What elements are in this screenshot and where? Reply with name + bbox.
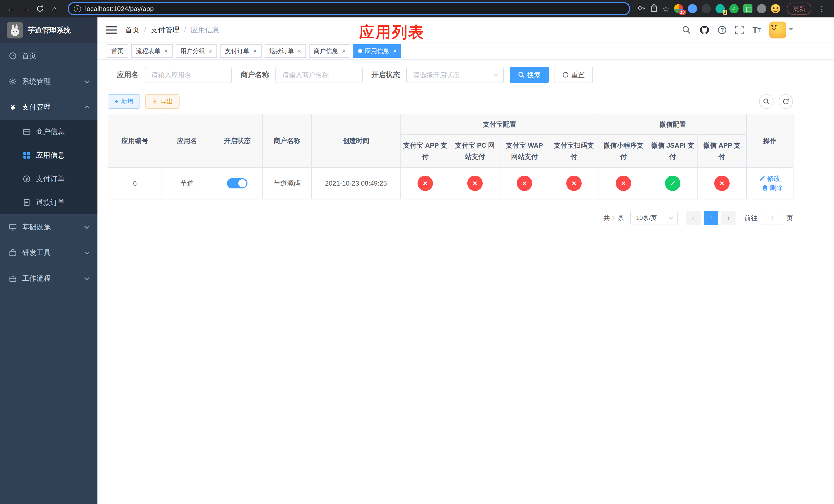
goto-page-input[interactable] (761, 211, 783, 225)
close-icon[interactable]: × (298, 48, 301, 54)
sidebar-item-merchant-info[interactable]: 商户信息 (0, 120, 97, 143)
cell-app-name: 芋道 (162, 167, 212, 199)
prev-page-button[interactable]: ‹ (686, 211, 701, 225)
sidebar-item-app-info[interactable]: 应用信息 (0, 143, 97, 167)
dashboard-icon (9, 52, 17, 60)
browser-profile-avatar[interactable] (771, 4, 780, 13)
col-created: 创建时间 (312, 114, 400, 167)
browser-menu-icon[interactable]: ⋮ (816, 4, 828, 13)
page-size-select[interactable]: 10条/页 (630, 211, 678, 225)
close-icon[interactable]: × (208, 48, 212, 54)
tab-payment-order[interactable]: 支付订单× (220, 44, 261, 58)
user-menu[interactable] (769, 22, 793, 39)
app-table: 应用编号 应用名 开启状态 商户名称 创建时间 支付宝配置 微信配置 操作 支付… (108, 114, 793, 200)
tab-user-group[interactable]: 用户分组× (176, 44, 217, 58)
fullscreen-icon[interactable] (735, 26, 744, 35)
app-name-label: 应用名 (117, 70, 138, 80)
page-annotation: 应用列表 (359, 22, 425, 43)
site-info-icon[interactable]: i (74, 5, 81, 12)
tab-merchant-info[interactable]: 商户信息× (309, 44, 350, 58)
help-icon[interactable]: ? (718, 26, 726, 34)
add-button[interactable]: + 新增 (108, 94, 140, 109)
tab-process-form[interactable]: 流程表单× (131, 44, 173, 58)
close-icon[interactable]: × (164, 48, 168, 54)
sidebar-item-refund-orders[interactable]: 退款订单 (0, 191, 97, 214)
browser-chrome: ← → ⌂ i localhost:1024/pay/app ☆ 10 1 ✓ (0, 0, 834, 18)
col-wechat-jsapi: 微信 JSAPI 支付 (648, 135, 697, 167)
sidebar-item-payment-management[interactable]: ¥ 支付管理 (0, 94, 97, 120)
status-select[interactable]: 请选择开启状态 (406, 67, 504, 83)
font-size-icon[interactable]: TT (752, 26, 761, 34)
extension-icon-7[interactable] (757, 4, 766, 13)
col-wechat-mini: 微信小程序支付 (599, 135, 648, 167)
sidebar-item-dev-tools[interactable]: 研发工具 (0, 240, 97, 266)
order-icon (23, 175, 31, 183)
extension-icon-1[interactable]: 10 (674, 4, 683, 13)
next-page-button[interactable]: › (721, 211, 736, 225)
toggle-search-button[interactable] (759, 94, 773, 109)
col-app-id: 应用编号 (108, 114, 162, 167)
app-logo: 芋道管理系统 (0, 18, 97, 43)
current-page[interactable]: 1 (704, 211, 718, 225)
toolbox-icon (9, 249, 17, 257)
extension-icon-4[interactable]: 1 (716, 4, 725, 13)
total-count: 共 1 条 (603, 213, 624, 223)
wechat-jsapi-status-icon: ✓ (665, 176, 680, 191)
sidebar-item-infrastructure[interactable]: 基础设施 (0, 214, 97, 240)
browser-reload-icon[interactable] (34, 3, 46, 15)
share-icon[interactable] (650, 4, 658, 14)
breadcrumb-separator: / (184, 26, 186, 34)
col-actions: 操作 (747, 114, 793, 167)
extension-icon-3[interactable] (702, 4, 711, 13)
page-content: 应用名 商户名称 开启状态 请选择开启状态 搜索 (97, 60, 834, 504)
bookmark-star-icon[interactable]: ☆ (662, 4, 670, 13)
app-title: 芋道管理系统 (28, 25, 71, 35)
merchant-name-input[interactable] (276, 67, 363, 83)
navbar-actions: ? TT (682, 22, 834, 39)
tab-app-info[interactable]: 应用信息× (353, 44, 401, 58)
sidebar-item-payment-orders[interactable]: 支付订单 (0, 167, 97, 191)
card-icon (23, 128, 31, 136)
browser-home-icon[interactable]: ⌂ (48, 3, 61, 15)
search-icon[interactable] (682, 26, 691, 35)
pencil-icon (760, 175, 766, 182)
refresh-button[interactable] (778, 94, 793, 109)
alipay-pc-status-icon: × (467, 176, 483, 191)
user-avatar[interactable] (769, 22, 786, 39)
screen: ← → ⌂ i localhost:1024/pay/app ☆ 10 1 ✓ (0, 0, 834, 504)
sidebar-collapse-icon[interactable] (106, 25, 117, 35)
col-alipay-pc: 支付宝 PC 网站支付 (450, 135, 500, 167)
sidebar-item-home[interactable]: 首页 (0, 43, 97, 69)
breadcrumb-payment[interactable]: 支付管理 (151, 25, 179, 35)
close-icon[interactable]: × (253, 48, 257, 54)
tab-refund-order[interactable]: 退款订单× (265, 44, 306, 58)
filter-form: 应用名 商户名称 开启状态 请选择开启状态 搜索 (108, 67, 793, 83)
edit-link[interactable]: 修改 (760, 174, 781, 183)
breadcrumb-home[interactable]: 首页 (125, 25, 139, 35)
address-bar[interactable]: i localhost:1024/pay/app (68, 2, 630, 15)
breadcrumb: 首页 / 支付管理 / 应用信息 (125, 25, 220, 35)
github-icon[interactable] (700, 25, 709, 35)
app-navbar: 首页 / 支付管理 / 应用信息 应用列表 ? (97, 18, 834, 43)
browser-update-button[interactable]: 更新 (787, 3, 811, 15)
tab-home[interactable]: 首页 (107, 44, 128, 58)
close-icon[interactable]: × (342, 48, 346, 54)
search-button[interactable]: 搜索 (510, 67, 549, 83)
col-alipay-qr: 支付宝扫码支付 (549, 135, 599, 167)
export-button[interactable]: 导出 (145, 94, 179, 109)
pagination: 共 1 条 10条/页 ‹ 1 › 前往 页 (108, 211, 793, 225)
extension-icon-2[interactable] (688, 4, 697, 13)
browser-back-icon[interactable]: ← (5, 3, 18, 15)
browser-forward-icon[interactable]: → (20, 3, 32, 15)
extension-icon-6[interactable] (743, 4, 752, 13)
reset-button[interactable]: 重置 (554, 67, 593, 83)
extension-icon-5[interactable]: ✓ (729, 4, 739, 13)
sidebar-item-system-management[interactable]: 系统管理 (0, 69, 97, 94)
password-key-icon[interactable] (637, 4, 645, 14)
status-toggle[interactable] (227, 178, 247, 188)
table-row: 6 芋道 芋道源码 2021-10-23 08:49:25 × × × × × (108, 167, 793, 199)
app-name-input[interactable] (145, 67, 232, 83)
delete-link[interactable]: 删除 (762, 183, 783, 192)
close-icon[interactable]: × (393, 48, 397, 54)
sidebar-item-workflow[interactable]: 工作流程 (0, 266, 97, 291)
